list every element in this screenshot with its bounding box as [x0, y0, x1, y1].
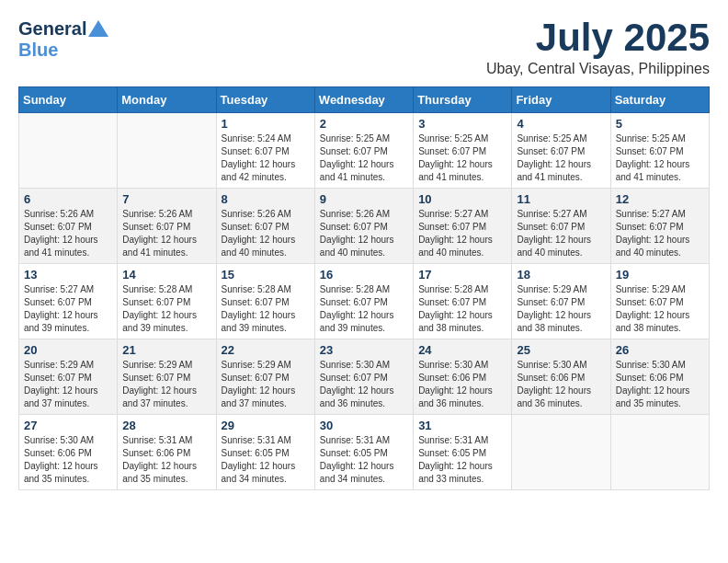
calendar-cell: 2Sunrise: 5:25 AMSunset: 6:07 PMDaylight… — [314, 113, 413, 189]
day-info: Sunrise: 5:28 AMSunset: 6:07 PMDaylight:… — [320, 283, 408, 335]
day-number: 11 — [517, 192, 605, 206]
day-number: 29 — [222, 419, 310, 432]
day-number: 14 — [122, 268, 210, 282]
day-info: Sunrise: 5:31 AMSunset: 6:05 PMDaylight:… — [320, 434, 408, 486]
day-number: 28 — [122, 419, 210, 432]
day-number: 3 — [418, 117, 506, 131]
day-info: Sunrise: 5:31 AMSunset: 6:05 PMDaylight:… — [222, 434, 310, 486]
calendar-cell: 9Sunrise: 5:26 AMSunset: 6:07 PMDaylight… — [314, 189, 413, 264]
day-number: 27 — [24, 419, 112, 432]
day-number: 21 — [122, 343, 210, 357]
calendar-body: 1Sunrise: 5:24 AMSunset: 6:07 PMDaylight… — [19, 113, 710, 490]
calendar-cell: 28Sunrise: 5:31 AMSunset: 6:06 PMDayligh… — [118, 415, 216, 490]
logo: General Blue — [18, 18, 108, 61]
weekday-header-thursday: Thursday — [414, 87, 512, 113]
calendar-cell: 15Sunrise: 5:28 AMSunset: 6:07 PMDayligh… — [216, 264, 314, 339]
calendar-cell: 1Sunrise: 5:24 AMSunset: 6:07 PMDaylight… — [216, 113, 314, 189]
day-number: 12 — [616, 192, 704, 206]
calendar-cell: 24Sunrise: 5:30 AMSunset: 6:06 PMDayligh… — [414, 339, 512, 415]
page-title: July 2025 — [486, 18, 710, 57]
calendar-cell: 25Sunrise: 5:30 AMSunset: 6:06 PMDayligh… — [512, 339, 610, 415]
day-info: Sunrise: 5:26 AMSunset: 6:07 PMDaylight:… — [122, 208, 210, 259]
day-info: Sunrise: 5:30 AMSunset: 6:06 PMDaylight:… — [517, 359, 605, 410]
day-info: Sunrise: 5:27 AMSunset: 6:07 PMDaylight:… — [517, 208, 605, 259]
calendar-cell: 31Sunrise: 5:31 AMSunset: 6:05 PMDayligh… — [414, 415, 512, 490]
day-number: 24 — [418, 343, 506, 357]
calendar-cell: 14Sunrise: 5:28 AMSunset: 6:07 PMDayligh… — [118, 264, 216, 339]
calendar-cell: 30Sunrise: 5:31 AMSunset: 6:05 PMDayligh… — [314, 415, 413, 490]
calendar-cell: 23Sunrise: 5:30 AMSunset: 6:07 PMDayligh… — [314, 339, 413, 415]
calendar-week-row: 13Sunrise: 5:27 AMSunset: 6:07 PMDayligh… — [19, 264, 710, 339]
calendar-cell: 26Sunrise: 5:30 AMSunset: 6:06 PMDayligh… — [610, 339, 709, 415]
calendar-cell: 21Sunrise: 5:29 AMSunset: 6:07 PMDayligh… — [118, 339, 216, 415]
day-info: Sunrise: 5:30 AMSunset: 6:06 PMDaylight:… — [616, 359, 704, 410]
day-info: Sunrise: 5:29 AMSunset: 6:07 PMDaylight:… — [122, 359, 210, 410]
calendar-cell: 12Sunrise: 5:27 AMSunset: 6:07 PMDayligh… — [610, 189, 709, 264]
day-number: 5 — [616, 117, 704, 131]
calendar-table: SundayMondayTuesdayWednesdayThursdayFrid… — [18, 86, 710, 490]
calendar-week-row: 20Sunrise: 5:29 AMSunset: 6:07 PMDayligh… — [19, 339, 710, 415]
day-info: Sunrise: 5:24 AMSunset: 6:07 PMDaylight:… — [222, 132, 310, 184]
calendar-cell — [512, 415, 610, 490]
day-number: 19 — [616, 268, 704, 282]
calendar-cell: 7Sunrise: 5:26 AMSunset: 6:07 PMDaylight… — [118, 189, 216, 264]
calendar-week-row: 1Sunrise: 5:24 AMSunset: 6:07 PMDaylight… — [19, 113, 710, 189]
svg-marker-0 — [88, 20, 108, 37]
day-number: 6 — [24, 192, 112, 206]
day-info: Sunrise: 5:31 AMSunset: 6:05 PMDaylight:… — [418, 434, 506, 486]
day-info: Sunrise: 5:29 AMSunset: 6:07 PMDaylight:… — [616, 283, 704, 335]
calendar-cell: 4Sunrise: 5:25 AMSunset: 6:07 PMDaylight… — [512, 113, 610, 189]
day-info: Sunrise: 5:30 AMSunset: 6:07 PMDaylight:… — [320, 359, 408, 410]
day-number: 2 — [320, 117, 408, 131]
day-info: Sunrise: 5:29 AMSunset: 6:07 PMDaylight:… — [222, 359, 310, 410]
page-subtitle: Ubay, Central Visayas, Philippines — [486, 61, 710, 77]
day-info: Sunrise: 5:25 AMSunset: 6:07 PMDaylight:… — [517, 132, 605, 184]
calendar-week-row: 27Sunrise: 5:30 AMSunset: 6:06 PMDayligh… — [19, 415, 710, 490]
calendar-cell — [610, 415, 709, 490]
calendar-week-row: 6Sunrise: 5:26 AMSunset: 6:07 PMDaylight… — [19, 189, 710, 264]
calendar-cell — [19, 113, 118, 189]
calendar-cell: 11Sunrise: 5:27 AMSunset: 6:07 PMDayligh… — [512, 189, 610, 264]
day-number: 18 — [517, 268, 605, 282]
day-number: 31 — [418, 419, 506, 432]
page-header: General Blue July 2025 Ubay, Central Vis… — [18, 18, 710, 77]
day-info: Sunrise: 5:25 AMSunset: 6:07 PMDaylight:… — [418, 132, 506, 184]
day-info: Sunrise: 5:25 AMSunset: 6:07 PMDaylight:… — [616, 132, 704, 184]
day-number: 15 — [222, 268, 310, 282]
weekday-header-monday: Monday — [118, 87, 216, 113]
day-info: Sunrise: 5:27 AMSunset: 6:07 PMDaylight:… — [418, 208, 506, 259]
weekday-header-sunday: Sunday — [19, 87, 118, 113]
day-number: 20 — [24, 343, 112, 357]
calendar-cell: 13Sunrise: 5:27 AMSunset: 6:07 PMDayligh… — [19, 264, 118, 339]
logo-icon — [88, 20, 108, 37]
day-info: Sunrise: 5:28 AMSunset: 6:07 PMDaylight:… — [222, 283, 310, 335]
day-info: Sunrise: 5:26 AMSunset: 6:07 PMDaylight:… — [320, 208, 408, 259]
calendar-cell: 22Sunrise: 5:29 AMSunset: 6:07 PMDayligh… — [216, 339, 314, 415]
day-info: Sunrise: 5:31 AMSunset: 6:06 PMDaylight:… — [122, 434, 210, 486]
day-info: Sunrise: 5:28 AMSunset: 6:07 PMDaylight:… — [418, 283, 506, 335]
calendar-cell: 8Sunrise: 5:26 AMSunset: 6:07 PMDaylight… — [216, 189, 314, 264]
day-info: Sunrise: 5:26 AMSunset: 6:07 PMDaylight:… — [222, 208, 310, 259]
weekday-header-row: SundayMondayTuesdayWednesdayThursdayFrid… — [19, 87, 710, 113]
day-info: Sunrise: 5:30 AMSunset: 6:06 PMDaylight:… — [24, 434, 112, 486]
logo-general-text: General — [18, 18, 86, 40]
calendar-cell: 18Sunrise: 5:29 AMSunset: 6:07 PMDayligh… — [512, 264, 610, 339]
calendar-cell: 17Sunrise: 5:28 AMSunset: 6:07 PMDayligh… — [414, 264, 512, 339]
day-number: 16 — [320, 268, 408, 282]
calendar-cell: 6Sunrise: 5:26 AMSunset: 6:07 PMDaylight… — [19, 189, 118, 264]
weekday-header-wednesday: Wednesday — [314, 87, 413, 113]
calendar-cell: 5Sunrise: 5:25 AMSunset: 6:07 PMDaylight… — [610, 113, 709, 189]
day-number: 8 — [222, 192, 310, 206]
calendar-header: SundayMondayTuesdayWednesdayThursdayFrid… — [19, 87, 710, 113]
calendar-cell — [118, 113, 216, 189]
day-number: 30 — [320, 419, 408, 432]
day-info: Sunrise: 5:27 AMSunset: 6:07 PMDaylight:… — [616, 208, 704, 259]
day-number: 10 — [418, 192, 506, 206]
day-number: 9 — [320, 192, 408, 206]
day-info: Sunrise: 5:30 AMSunset: 6:06 PMDaylight:… — [418, 359, 506, 410]
logo-blue-text: Blue — [18, 40, 58, 61]
weekday-header-saturday: Saturday — [610, 87, 709, 113]
day-number: 25 — [517, 343, 605, 357]
calendar-cell: 3Sunrise: 5:25 AMSunset: 6:07 PMDaylight… — [414, 113, 512, 189]
calendar-cell: 19Sunrise: 5:29 AMSunset: 6:07 PMDayligh… — [610, 264, 709, 339]
